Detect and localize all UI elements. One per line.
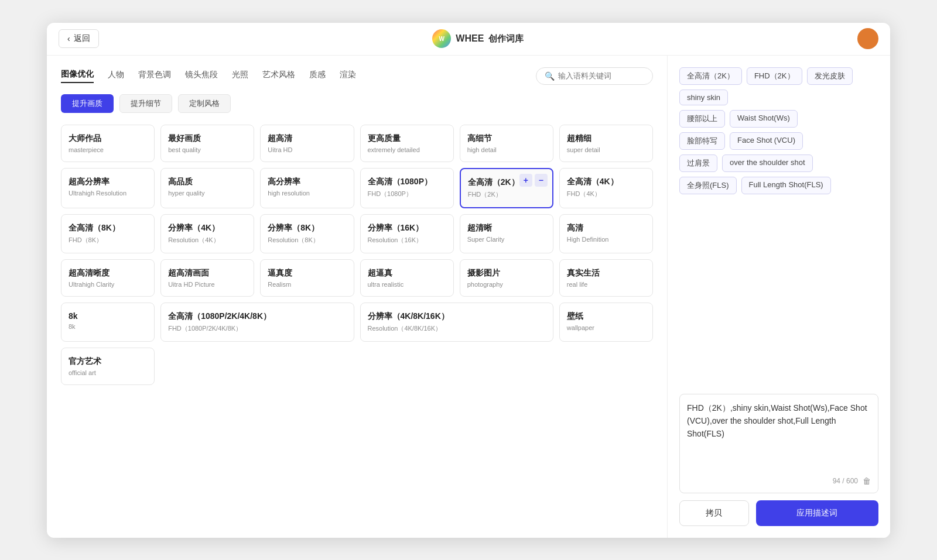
- grid-item-fhd-8k[interactable]: 全高清（8K） FHD（8K）: [61, 214, 155, 253]
- grid-item-title: 超高清画面: [168, 268, 247, 279]
- search-icon: 🔍: [545, 71, 555, 81]
- add-button[interactable]: +: [519, 174, 532, 187]
- back-arrow-icon: ‹: [67, 34, 70, 43]
- grid-item-wallpaper[interactable]: 壁纸 wallpaper: [559, 303, 653, 342]
- avatar[interactable]: [857, 28, 878, 49]
- grid-item-sub: masterpiece: [69, 146, 147, 153]
- grid-item-fhd-2k[interactable]: 全高清（2K） FHD（2K） + −: [460, 168, 553, 208]
- grid-item-high-res[interactable]: 高分辨率 high resolution: [260, 168, 354, 208]
- subtab-custom-style[interactable]: 定制风格: [178, 94, 231, 113]
- grid-item-sub: Ultrahigh Clarity: [69, 281, 147, 288]
- grid-item-high-detail[interactable]: 高细节 high detail: [460, 125, 553, 162]
- grid-item-best-quality[interactable]: 最好画质 best quality: [160, 125, 254, 162]
- grid-item-sub: extremely detailed: [368, 146, 446, 153]
- grid-item-title: 全高清（8K）: [69, 223, 147, 233]
- logo-icon: W: [432, 29, 451, 48]
- tags-row-1: 全高清（2K） FHD（2K） 发光皮肤 shiny skin: [679, 67, 878, 105]
- grid-item-ultra-clarity[interactable]: 超高清晰度 Ultrahigh Clarity: [61, 259, 155, 297]
- tag-waist-en[interactable]: Waist Shot(Ws): [730, 110, 798, 128]
- tab-lens[interactable]: 镜头焦段: [185, 70, 218, 83]
- grid-item-photography[interactable]: 摄影图片 photography: [460, 259, 553, 297]
- tab-lighting[interactable]: 光照: [232, 70, 248, 83]
- text-area-wrapper: FHD（2K）,shiny skin,Waist Shot(Ws),Face S…: [679, 394, 878, 493]
- tab-image-opt[interactable]: 图像优化: [61, 69, 94, 83]
- tag-shoulder-en[interactable]: over the shoulder shot: [722, 154, 813, 172]
- grid-item-hyper-q[interactable]: 高品质 hyper quality: [160, 168, 254, 208]
- grid-section: 大师作品 masterpiece 最好画质 best quality 超高清 U…: [61, 125, 653, 385]
- tag-waist-cn[interactable]: 腰部以上: [679, 110, 725, 128]
- grid-item-official-art[interactable]: 官方艺术 official art: [61, 348, 155, 385]
- grid-item-high-def[interactable]: 高清 High Definition: [559, 214, 653, 253]
- grid-item-title: 真实生活: [567, 268, 645, 279]
- remove-button[interactable]: −: [535, 174, 548, 187]
- grid-item-title: 最好画质: [168, 133, 247, 144]
- tab-texture[interactable]: 质感: [309, 70, 326, 83]
- grid-item-sub: ultra realistic: [368, 281, 446, 288]
- tag-face-cn[interactable]: 脸部特写: [679, 132, 725, 150]
- copy-button[interactable]: 拷贝: [679, 500, 749, 526]
- tag-fhd-2k[interactable]: 全高清（2K）: [679, 67, 742, 85]
- grid-item-ultra-res[interactable]: 超高分辨率 Ultrahigh Resolution: [61, 168, 155, 208]
- tab-bg-color[interactable]: 背景色调: [138, 70, 171, 83]
- main-content: 图像优化 人物 背景色调 镜头焦段 光照 艺术风格 质感 渲染 🔍 提升画质 提…: [47, 56, 890, 538]
- tag-shoulder-cn[interactable]: 过肩景: [679, 154, 717, 172]
- grid-item-sub: FHD（8K）: [69, 236, 147, 245]
- tags-row-2: 腰部以上 Waist Shot(Ws): [679, 110, 878, 128]
- grid-item-ultra-real[interactable]: 超逼真 ultra realistic: [360, 259, 454, 297]
- tag-full-en[interactable]: Full Length Shot(FLS): [741, 177, 831, 194]
- apply-button[interactable]: 应用描述词: [756, 500, 878, 526]
- grid-item-title: 摄影图片: [467, 268, 546, 279]
- grid-item-fhd-multi[interactable]: 全高清（1080P/2K/4K/8K） FHD（1080P/2K/4K/8K）: [160, 303, 354, 342]
- char-count: 94 / 600: [833, 477, 858, 485]
- grid-item-res-8k[interactable]: 分辨率（8K） Resolution（8K）: [260, 214, 354, 253]
- search-box[interactable]: 🔍: [536, 67, 653, 85]
- grid-item-realism[interactable]: 逼真度 Realism: [260, 259, 354, 297]
- grid-item-title: 超精细: [567, 133, 645, 144]
- grid-item-res-4k[interactable]: 分辨率（4K） Resolution（4K）: [160, 214, 254, 253]
- subtab-enhance-detail[interactable]: 提升细节: [119, 94, 172, 113]
- tags-area: 全高清（2K） FHD（2K） 发光皮肤 shiny skin 腰部以上 Wai…: [679, 67, 878, 387]
- search-input[interactable]: [558, 71, 644, 80]
- grid-item-title: 大师作品: [69, 133, 147, 144]
- tab-people[interactable]: 人物: [108, 70, 124, 83]
- grid-item-sub: wallpaper: [567, 324, 645, 331]
- tag-shiny-skin-cn[interactable]: 发光皮肤: [807, 67, 853, 85]
- grid-item-res-multi[interactable]: 分辨率（4K/8K/16K） Resolution（4K/8K/16K）: [360, 303, 553, 342]
- grid-item-sub: high resolution: [268, 190, 346, 197]
- grid-item-res-16k[interactable]: 分辨率（16K） Resolution（16K）: [360, 214, 454, 253]
- grid-item-super-clarity[interactable]: 超清晰 Super Clarity: [460, 214, 553, 253]
- grid-item-sub: real life: [567, 281, 645, 288]
- grid-item-sub: High Definition: [567, 236, 645, 243]
- tag-fhd-2k-en[interactable]: FHD（2K）: [747, 67, 802, 85]
- tab-render[interactable]: 渲染: [340, 70, 356, 83]
- grid-item-sub: Realism: [268, 281, 346, 288]
- grid-item-more-quality[interactable]: 更高质量 extremely detailed: [360, 125, 454, 162]
- grid-item-sub: Resolution（8K）: [268, 236, 346, 245]
- grid-item-title: 超高分辨率: [69, 177, 147, 187]
- tab-art-style[interactable]: 艺术风格: [262, 70, 295, 83]
- grid-item-title: 分辨率（4K）: [168, 223, 247, 233]
- grid-item-ultra-hd[interactable]: 超高清 Uitra HD: [260, 125, 354, 162]
- tag-full-cn[interactable]: 全身照(FLS): [679, 177, 737, 194]
- grid-item-sub: Resolution（16K）: [368, 236, 446, 245]
- app-window: ‹ 返回 W WHEE 创作词库 图像优化 人物 背景色调 镜头焦段 光照 艺术…: [47, 23, 890, 538]
- grid-item-super-fine[interactable]: 超精细 super detail: [559, 125, 653, 162]
- tag-shiny-skin-en[interactable]: shiny skin: [679, 90, 728, 105]
- subtab-enhance-quality[interactable]: 提升画质: [61, 94, 114, 113]
- grid-item-ultra-hd-pic[interactable]: 超高清画面 Uitra HD Picture: [160, 259, 254, 297]
- grid-item-title: 壁纸: [567, 311, 645, 322]
- grid-item-fhd-4k[interactable]: 全高清（4K） FHD（4K）: [559, 168, 653, 208]
- textarea-content[interactable]: FHD（2K）,shiny skin,Waist Shot(Ws),Face S…: [687, 401, 871, 472]
- grid-item-sub: FHD（1080P）: [368, 190, 446, 198]
- grid-item-masterpiece[interactable]: 大师作品 masterpiece: [61, 125, 155, 162]
- tags-row-5: 全身照(FLS) Full Length Shot(FLS): [679, 177, 878, 194]
- logo-area: W WHEE 创作词库: [432, 29, 524, 48]
- grid-item-8k[interactable]: 8k 8k: [61, 303, 155, 342]
- grid-item-sub: Resolution（4K）: [168, 236, 247, 245]
- grid-item-title: 8k: [69, 311, 147, 321]
- back-button[interactable]: ‹ 返回: [59, 29, 99, 48]
- grid-item-fhd-1080[interactable]: 全高清（1080P） FHD（1080P）: [360, 168, 454, 208]
- tag-face-en[interactable]: Face Shot (VCU): [730, 132, 803, 150]
- grid-item-real-life[interactable]: 真实生活 real life: [559, 259, 653, 297]
- trash-icon[interactable]: 🗑: [863, 476, 871, 486]
